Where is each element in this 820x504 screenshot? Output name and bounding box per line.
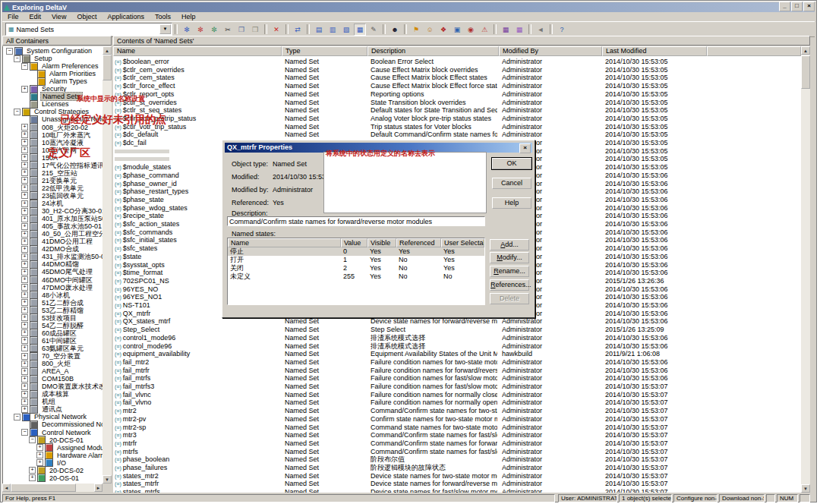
tree-item-7[interactable]: Licenses: [21, 100, 71, 108]
cut-button[interactable]: ✂: [222, 24, 234, 36]
list-row[interactable]: (≡)$ctlr_votr_trip_statusNamed SetTrip s…: [113, 123, 801, 131]
expand-icon[interactable]: +: [21, 337, 28, 344]
tree-item-56[interactable]: +20-OS-01: [29, 474, 80, 482]
expand-icon[interactable]: +: [21, 177, 28, 184]
list-row[interactable]: (≡)fail_mtr2Named SetFailure condition n…: [113, 358, 801, 367]
menu-view[interactable]: View: [46, 13, 71, 20]
list-row[interactable]: (≡)fail_mtrfs3Named SetFailure condition…: [113, 383, 801, 391]
expand-icon[interactable]: +: [21, 124, 28, 131]
menu-edit[interactable]: Edit: [24, 13, 47, 20]
expand-icon[interactable]: +: [21, 383, 28, 390]
add-button[interactable]: Add...: [490, 239, 529, 250]
named-states-table[interactable]: NameValueVisibleReferencedUser Selectabl…: [227, 238, 485, 305]
list-vertical-scrollbar[interactable]: ▲▼: [801, 46, 810, 493]
expand-icon[interactable]: +: [21, 223, 28, 230]
expand-icon[interactable]: +: [21, 345, 28, 351]
expand-icon[interactable]: +: [21, 238, 28, 245]
list-row[interactable]: (≡)mtr2-spNamed SetCommand state names f…: [113, 424, 801, 432]
list-row[interactable]: (≡)fail_vlvnoNamed SetFailure condition …: [113, 398, 801, 407]
tree-item-38[interactable]: +61中间罐区: [21, 337, 78, 345]
print-preview-button[interactable]: ✎: [367, 24, 380, 36]
diagnostics-button[interactable]: ⚠: [478, 24, 490, 36]
list-row[interactable]: (≡)QX_states_mtrfNamed SetDevice state n…: [113, 317, 801, 326]
list-row[interactable]: (≡)states_mtr2Named SetDevice state name…: [113, 472, 801, 480]
view-smalls-icon-button[interactable]: ▥: [326, 24, 339, 36]
tree-item-6[interactable]: Named Sets: [21, 93, 83, 100]
tree-vertical-scrollbar[interactable]: ▲▼: [102, 46, 112, 484]
scroll-left-icon[interactable]: ◄: [2, 484, 11, 492]
list-row[interactable]: (≡)states_mtrfsNamed SetDevice state nam…: [113, 488, 801, 493]
tree-item-20[interactable]: +24冰机: [21, 200, 65, 207]
expand-icon[interactable]: +: [21, 231, 28, 238]
menu-file[interactable]: File: [2, 13, 24, 20]
tree-item-39[interactable]: +63氨罐区单元: [21, 345, 85, 352]
tree-scroll-thumb[interactable]: [102, 55, 112, 80]
list-row[interactable]: (≡)$ctlr_cem_statesNamed SetCause Effect…: [113, 74, 801, 82]
expand-icon[interactable]: +: [21, 131, 28, 138]
tree-item-0[interactable]: −System Configuration: [6, 47, 93, 55]
collapse-icon[interactable]: −: [14, 55, 20, 62]
verify-button[interactable]: ✼: [208, 24, 220, 36]
tree-item-28[interactable]: +44DMO精馏: [21, 260, 80, 268]
control-studio-button[interactable]: ◉: [465, 24, 477, 36]
tree-item-12[interactable]: +10蒸汽冷凝液: [21, 139, 85, 146]
alarm-bell-button[interactable]: ⚑: [410, 24, 422, 36]
expand-icon[interactable]: +: [21, 269, 28, 276]
expand-icon[interactable]: +: [29, 474, 36, 481]
list-row[interactable]: (≡)$boolean_errorNamed SetBoolean Error …: [113, 58, 801, 66]
list-row[interactable]: (≡)fail_mtrfsNamed SetFailure condition …: [113, 374, 801, 383]
tree-item-43[interactable]: +COM150B: [21, 375, 75, 383]
expand-icon[interactable]: +: [21, 86, 28, 93]
list-row[interactable]: (≡)$ctlr_cem_overridesNamed SetCause Eff…: [113, 66, 801, 74]
upload-button[interactable]: ✻: [194, 24, 207, 36]
states-column-value[interactable]: Value: [341, 238, 367, 247]
list-scroll-thumb[interactable]: [801, 55, 810, 89]
scroll-down-icon[interactable]: ▼: [801, 484, 810, 493]
operator-button[interactable]: ☺: [424, 24, 436, 36]
expand-icon[interactable]: +: [21, 246, 28, 253]
tree-item-46[interactable]: +机组: [21, 398, 57, 405]
menu-tools[interactable]: Tools: [150, 13, 176, 20]
column-header-type[interactable]: Type: [282, 46, 367, 56]
named-state-row[interactable]: 未定义255YesNoNo: [228, 272, 484, 281]
copy-button[interactable]: ❐: [235, 24, 248, 36]
view-list-button[interactable]: ▧: [340, 24, 352, 36]
expand-icon[interactable]: +: [21, 353, 28, 360]
list-row[interactable]: (≡)fail_vlvncNamed SetFailure condition …: [113, 391, 801, 399]
tree-item-16[interactable]: +215_空压站: [21, 169, 79, 177]
tree-item-34[interactable]: +53乙二醇精馏: [21, 307, 85, 314]
tree-item-11[interactable]: +10电厂外来蒸汽: [21, 131, 92, 139]
tree-item-45[interactable]: +成本核算: [21, 390, 71, 398]
states-column-referenced[interactable]: Referenced: [396, 238, 441, 247]
tree-item-49[interactable]: Decommissioned Nodes: [21, 421, 102, 428]
list-row[interactable]: (≡)mtrfrNamed SetCommand/Confirm state n…: [113, 439, 801, 448]
delete-button[interactable]: ✕: [270, 24, 282, 36]
expand-icon[interactable]: +: [21, 261, 28, 268]
list-row[interactable]: (≡)Step_SelectNamed SetStep SelectAdmini…: [113, 326, 801, 334]
tree-item-32[interactable]: +48小冰机: [21, 291, 71, 299]
tree-item-30[interactable]: +46DMO中间罐区: [21, 276, 94, 284]
list-row[interactable]: (≡)fail_mtrfrNamed SetFailure condition …: [113, 367, 801, 375]
tree-horizontal-scrollbar[interactable]: ◄►: [2, 484, 102, 492]
expand-icon[interactable]: +: [21, 284, 28, 291]
expand-icon[interactable]: +: [21, 216, 28, 222]
list-row[interactable]: (≡)control1_mode96Named Set排渣系统模式选择Admin…: [113, 334, 801, 342]
expand-icon[interactable]: +: [21, 376, 28, 383]
maximize-button[interactable]: □: [791, 2, 803, 11]
menu-object[interactable]: Object: [71, 13, 102, 20]
book-button[interactable]: ❖: [437, 24, 449, 36]
tree-item-23[interactable]: +405_事故水池50-01: [21, 222, 102, 230]
expand-icon[interactable]: +: [29, 467, 36, 474]
list-row[interactable]: (≡)phase_failuresNamed Set阶段逻辑模块的故障状态Adm…: [113, 464, 801, 472]
references-button[interactable]: References...: [490, 279, 529, 291]
ok-button[interactable]: OK: [492, 158, 531, 169]
tree-item-37[interactable]: +60成品罐区: [21, 329, 78, 337]
expand-icon[interactable]: +: [21, 361, 28, 367]
help-button[interactable]: Help: [492, 197, 531, 209]
save-button[interactable]: ▣: [451, 24, 463, 36]
tree-item-3[interactable]: Alarm Priorities: [29, 70, 97, 77]
expand-icon[interactable]: +: [21, 391, 28, 398]
rename-button[interactable]: Rename...: [490, 266, 529, 277]
paste-button[interactable]: ❒: [249, 24, 261, 36]
tree-item-53[interactable]: +Hardware Alarms: [36, 452, 102, 459]
